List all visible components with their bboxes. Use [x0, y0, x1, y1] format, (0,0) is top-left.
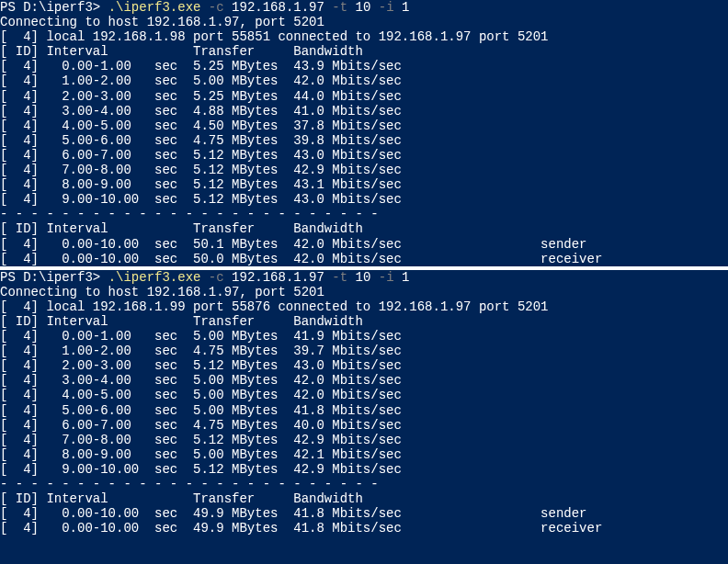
data-row: [ 4] 3.00-4.00 sec 4.88 MBytes 41.0 Mbit… — [0, 104, 728, 118]
flag-c: -c — [209, 270, 224, 285]
prompt-line[interactable]: PS D:\iperf3> .\iperf3.exe -c 192.168.1.… — [0, 270, 728, 285]
data-row: [ 4] 6.00-7.00 sec 4.75 MBytes 40.0 Mbit… — [0, 418, 728, 433]
terminal-session-1: PS D:\iperf3> .\iperf3.exe -c 192.168.1.… — [0, 0, 728, 266]
exe-name: .\iperf3.exe — [108, 0, 201, 15]
data-row: [ 4] 8.00-9.00 sec 5.12 MBytes 43.1 Mbit… — [0, 177, 728, 192]
data-row: [ 4] 3.00-4.00 sec 5.00 MBytes 42.0 Mbit… — [0, 373, 728, 388]
data-row: [ 4] 6.00-7.00 sec 5.12 MBytes 43.0 Mbit… — [0, 148, 728, 163]
dashes-line: - - - - - - - - - - - - - - - - - - - - … — [0, 207, 728, 221]
data-row: [ 4] 5.00-6.00 sec 4.75 MBytes 39.8 Mbit… — [0, 133, 728, 148]
local-line: [ 4] local 192.168.1.98 port 55851 conne… — [0, 29, 728, 44]
data-row: [ 4] 9.00-10.00 sec 5.12 MBytes 42.9 Mbi… — [0, 462, 728, 477]
flag-t: -t — [332, 270, 347, 285]
flag-c: -c — [209, 0, 224, 15]
summary-header: [ ID] Interval Transfer Bandwidth — [0, 221, 728, 236]
local-line: [ 4] local 192.168.1.99 port 55876 conne… — [0, 299, 728, 314]
terminal-session-2: PS D:\iperf3> .\iperf3.exe -c 192.168.1.… — [0, 270, 728, 536]
flag-i: -i — [379, 0, 394, 15]
summary-row: [ 4] 0.00-10.00 sec 49.9 MBytes 41.8 Mbi… — [0, 521, 728, 536]
data-row: [ 4] 1.00-2.00 sec 5.00 MBytes 42.0 Mbit… — [0, 73, 728, 88]
header-line: [ ID] Interval Transfer Bandwidth — [0, 44, 728, 59]
data-row: [ 4] 2.00-3.00 sec 5.25 MBytes 44.0 Mbit… — [0, 89, 728, 104]
data-row: [ 4] 2.00-3.00 sec 5.12 MBytes 43.0 Mbit… — [0, 358, 728, 373]
connecting-line: Connecting to host 192.168.1.97, port 52… — [0, 15, 728, 29]
data-row: [ 4] 0.00-1.00 sec 5.00 MBytes 41.9 Mbit… — [0, 329, 728, 344]
exe-name: .\iperf3.exe — [108, 270, 201, 285]
flag-i: -i — [379, 270, 394, 285]
data-row: [ 4] 4.00-5.00 sec 4.50 MBytes 37.8 Mbit… — [0, 118, 728, 133]
prompt-line[interactable]: PS D:\iperf3> .\iperf3.exe -c 192.168.1.… — [0, 0, 728, 15]
ip-arg: 192.168.1.97 — [232, 270, 324, 285]
data-row: [ 4] 7.00-8.00 sec 5.12 MBytes 42.9 Mbit… — [0, 433, 728, 447]
data-row: [ 4] 0.00-1.00 sec 5.25 MBytes 43.9 Mbit… — [0, 59, 728, 73]
data-row: [ 4] 5.00-6.00 sec 5.00 MBytes 41.8 Mbit… — [0, 403, 728, 418]
i-val: 1 — [402, 0, 409, 15]
summary-row: [ 4] 0.00-10.00 sec 50.1 MBytes 42.0 Mbi… — [0, 237, 728, 252]
ps-prompt: PS D:\iperf3> — [0, 0, 108, 15]
summary-header: [ ID] Interval Transfer Bandwidth — [0, 491, 728, 506]
summary-row: [ 4] 0.00-10.00 sec 49.9 MBytes 41.8 Mbi… — [0, 506, 728, 521]
ip-arg: 192.168.1.97 — [232, 0, 324, 15]
flag-t: -t — [332, 0, 347, 15]
data-row: [ 4] 8.00-9.00 sec 5.00 MBytes 42.1 Mbit… — [0, 447, 728, 462]
header-line: [ ID] Interval Transfer Bandwidth — [0, 314, 728, 329]
data-row: [ 4] 7.00-8.00 sec 5.12 MBytes 42.9 Mbit… — [0, 163, 728, 177]
dashes-line: - - - - - - - - - - - - - - - - - - - - … — [0, 477, 728, 491]
t-val: 10 — [356, 0, 371, 15]
summary-row: [ 4] 0.00-10.00 sec 50.0 MBytes 42.0 Mbi… — [0, 252, 728, 266]
data-row: [ 4] 4.00-5.00 sec 5.00 MBytes 42.0 Mbit… — [0, 388, 728, 402]
t-val: 10 — [356, 270, 371, 285]
connecting-line: Connecting to host 192.168.1.97, port 52… — [0, 285, 728, 299]
ps-prompt: PS D:\iperf3> — [0, 270, 108, 285]
data-row: [ 4] 1.00-2.00 sec 4.75 MBytes 39.7 Mbit… — [0, 344, 728, 358]
i-val: 1 — [402, 270, 409, 285]
data-row: [ 4] 9.00-10.00 sec 5.12 MBytes 43.0 Mbi… — [0, 192, 728, 207]
